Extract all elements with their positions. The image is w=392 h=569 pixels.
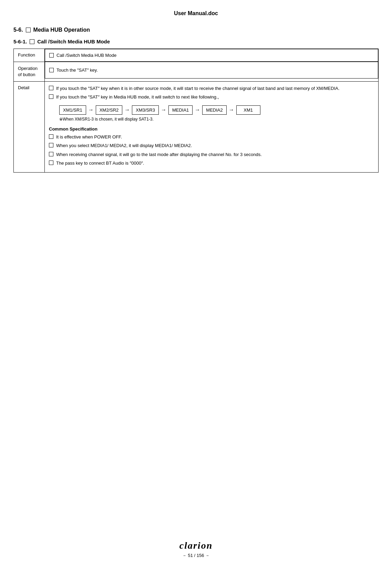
section-heading: 5-6. Media HUB Operation	[13, 27, 379, 33]
subsection-title: Call /Switch Media HUB Mode	[37, 39, 110, 44]
common-spec-item-3: When receiving channel signal, it will g…	[49, 151, 374, 158]
function-checkbox-icon	[49, 53, 54, 58]
detail-line-1: If you touch the ″SAT″ key when it is in…	[49, 85, 374, 92]
section-title: Media HUB Operation	[33, 27, 90, 33]
flow-box-5: MEDIA2	[202, 105, 226, 115]
detail-content: If you touch the ″SAT″ key when it is in…	[45, 81, 379, 172]
clarion-logo: clarion	[179, 540, 213, 551]
detail-label: Detail	[14, 81, 45, 172]
detail-line-2: If you touch the ″SAT″ key in Media HUB …	[49, 94, 374, 101]
detail-checkbox-1	[49, 86, 53, 90]
common-spec-heading: Common Specification	[49, 126, 374, 132]
flow-diagram: XM1/SR1 → XM2/SR2 → XM3/SR3 → MEDIA1 → M…	[59, 105, 374, 115]
common-spec-item-2: When you select MEDIA1/ MEDIA2, it will …	[49, 142, 374, 149]
section-checkbox-icon	[26, 28, 31, 32]
detail-text-2: If you touch the ″SAT″ key in Media HUB …	[56, 94, 222, 101]
detail-text-1: If you touch the ″SAT″ key when it is in…	[56, 85, 340, 92]
main-table: Function Call /Switch Media HUB Mode Ope…	[13, 49, 379, 173]
function-content-text: Call /Switch Media HUB Mode	[56, 53, 116, 58]
flow-note: ※When XM/SR1-3 is chosen, it will displa…	[59, 117, 374, 122]
common-spec-text-1: It is effective when POWER OFF.	[56, 134, 122, 141]
flow-box-3: XM3/SR3	[132, 105, 159, 115]
flow-box-4: MEDIA1	[168, 105, 193, 115]
common-spec-checkbox-2	[49, 143, 53, 147]
document-title: User Manual.doc	[13, 10, 379, 17]
footer: clarion － 51 / 156 －	[0, 540, 392, 559]
operation-row: Operationof button Touch the ″SAT″ key.	[14, 62, 379, 81]
detail-checkbox-2	[49, 94, 53, 99]
subsection-number: 5-6-1.	[13, 39, 27, 44]
operation-content-text: Touch the ″SAT″ key.	[56, 68, 98, 73]
common-spec-item-4: The pass key to connect BT Audio is ″000…	[49, 160, 374, 167]
function-row: Function Call /Switch Media HUB Mode	[14, 49, 379, 62]
common-spec-text-2: When you select MEDIA1/ MEDIA2, it will …	[56, 142, 192, 149]
common-spec-text-4: The pass key to connect BT Audio is ″000…	[56, 160, 144, 167]
operation-checkbox-icon	[49, 68, 54, 72]
operation-content: Touch the ″SAT″ key.	[45, 62, 378, 79]
page-number: － 51 / 156 －	[182, 552, 210, 559]
common-spec-text-3: When receiving channel signal, it will g…	[56, 151, 262, 158]
common-spec-checkbox-1	[49, 134, 53, 139]
operation-label: Operationof button	[14, 62, 45, 81]
flow-box-1: XM1/SR1	[59, 105, 86, 115]
flow-arrow-2: →	[124, 107, 130, 113]
operation-label-text: Operationof button	[18, 66, 38, 77]
subsection-heading: 5-6-1. Call /Switch Media HUB Mode	[13, 39, 379, 44]
flow-arrow-5: →	[229, 107, 234, 113]
common-spec-checkbox-4	[49, 161, 53, 165]
flow-box-6: XM1	[236, 105, 260, 115]
common-spec-item-1: It is effective when POWER OFF.	[49, 134, 374, 141]
flow-arrow-3: →	[161, 107, 166, 113]
detail-row: Detail If you touch the ″SAT″ key when i…	[14, 81, 379, 172]
subsection-checkbox-icon	[30, 39, 34, 44]
common-spec-checkbox-3	[49, 152, 53, 156]
section-number: 5-6.	[13, 27, 23, 33]
flow-box-2: XM2/SR2	[96, 105, 123, 115]
flow-arrow-4: →	[195, 107, 200, 113]
flow-arrow-1: →	[88, 107, 94, 113]
function-content: Call /Switch Media HUB Mode	[45, 49, 378, 62]
function-label: Function	[14, 49, 45, 62]
